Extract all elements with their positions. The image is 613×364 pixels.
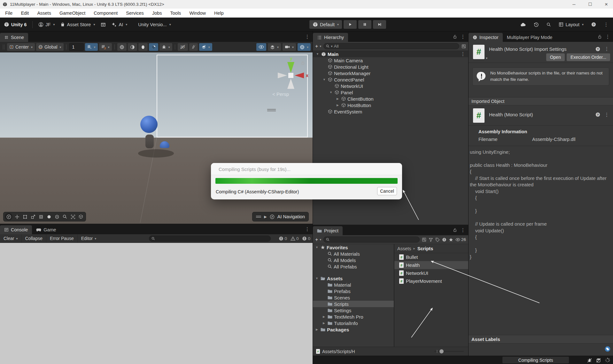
help-button[interactable]: ? — [591, 22, 596, 27]
2d-view-toggle[interactable]: 2D — [178, 43, 188, 51]
tab-project[interactable]: Project — [313, 226, 343, 235]
menu-item-component[interactable]: Component — [89, 11, 122, 16]
menu-item-edit[interactable]: Edit — [17, 11, 33, 16]
project-search-field[interactable] — [323, 236, 420, 243]
hierarchy-search-field[interactable]: ▾ — [323, 43, 459, 49]
tab-game[interactable]: Game — [32, 225, 60, 234]
project-search-input[interactable] — [331, 237, 417, 242]
compiling-status-button[interactable]: Compiling Scripts — [502, 357, 569, 363]
project-folder-scenes[interactable]: Scenes — [313, 294, 394, 301]
project-folder-assets[interactable]: ▼Assets — [313, 275, 394, 282]
search-by-type-icon[interactable] — [429, 237, 433, 242]
tab-console[interactable]: Console — [0, 225, 32, 234]
undo-history-button[interactable] — [534, 22, 539, 27]
warning-count-toggle[interactable]: 0 — [291, 236, 299, 241]
project-folder-tutorialinfo[interactable]: ▶TutorialInfo — [313, 320, 394, 326]
project-folder-textmesh-pro[interactable]: ▶TextMesh Pro — [313, 314, 394, 320]
overlay-drag-handle[interactable] — [256, 215, 261, 218]
view-tool-button[interactable] — [5, 213, 12, 221]
project-folder-packages[interactable]: ▶Packages — [313, 326, 394, 333]
expand-arrow-icon[interactable]: ▼ — [315, 246, 319, 249]
expand-arrow-icon[interactable]: ▼ — [315, 277, 319, 280]
expand-arrow-icon[interactable]: ▶ — [264, 215, 267, 219]
panel-kebab-icon[interactable]: ⋮ — [605, 34, 610, 40]
hierarchy-item-hostbutton[interactable]: ▶HostButton — [313, 102, 468, 108]
scene-visibility-toggle[interactable] — [256, 43, 266, 51]
panel-kebab-icon[interactable]: ⋮ — [305, 226, 310, 232]
tool-handle-position-dropdown[interactable]: Center ▾ — [7, 43, 35, 51]
project-folder-settings[interactable]: Settings — [313, 307, 394, 314]
open-button[interactable]: Open — [546, 53, 565, 61]
panel-kebab-icon[interactable]: ⋮ — [461, 227, 465, 233]
search-tool-button[interactable] — [61, 213, 68, 221]
hierarchy-item-clientbutton[interactable]: ▶ClientButton — [313, 96, 468, 102]
perspective-label[interactable]: < Persp — [272, 91, 289, 97]
scene-effects-dropdown[interactable]: ▾ — [199, 43, 212, 51]
scale-tool-button[interactable] — [29, 213, 36, 221]
lock-open-icon[interactable] — [453, 228, 457, 232]
favorites-filter-icon[interactable] — [449, 237, 453, 242]
console-log-area[interactable] — [0, 243, 313, 364]
shading-mode-toggle[interactable] — [149, 43, 158, 51]
project-file-playermovement[interactable]: #PlayerMovement — [394, 277, 468, 285]
cancel-button[interactable]: Cancel — [377, 187, 397, 195]
tab-inspector[interactable]: Inspector — [469, 33, 503, 42]
mesh-tool-button[interactable] — [77, 213, 84, 221]
snap-increment-dropdown[interactable]: ▾ — [99, 43, 112, 51]
debugger-detached-icon[interactable] — [587, 358, 592, 363]
clear-button[interactable]: Clear▾ — [0, 234, 22, 243]
layers-dropdown[interactable]: ▾ — [268, 43, 281, 51]
search-button[interactable] — [547, 22, 551, 27]
frame-tool-button[interactable] — [69, 213, 76, 221]
toolbar-kebab-icon[interactable]: ⋮ — [604, 22, 609, 27]
project-folder-scripts[interactable]: Scripts — [313, 301, 394, 307]
collapse-arrow-icon[interactable]: ▶ — [336, 97, 340, 100]
hierarchy-item-panel[interactable]: ▼Panel — [313, 89, 468, 96]
scene-lighting-toggle[interactable] — [189, 43, 198, 51]
shape-tool-button[interactable] — [45, 213, 52, 221]
player-sphere-object[interactable] — [140, 116, 158, 133]
lock-open-icon[interactable] — [598, 35, 602, 39]
lock-open-icon[interactable] — [453, 35, 457, 39]
package-tray-button[interactable] — [101, 22, 106, 27]
create-object-button[interactable]: +▾ — [315, 43, 321, 49]
drag-handle[interactable] — [3, 44, 4, 50]
create-asset-button[interactable]: +▾ — [315, 237, 321, 243]
transform-tool-button[interactable] — [37, 213, 44, 221]
shading-shaded-wire-toggle[interactable] — [128, 43, 137, 51]
tab-multiplayer-play-mode[interactable]: Multiplayer Play Mode — [503, 33, 557, 42]
player-capsule-object[interactable] — [145, 135, 154, 148]
panel-kebab-icon[interactable]: ⋮ — [305, 34, 310, 40]
maximize-button[interactable]: ☐ — [588, 2, 592, 7]
ai-menu[interactable]: AI ▾ — [112, 22, 127, 27]
thumbnail-size-slider[interactable] — [434, 347, 465, 356]
execution-order-button[interactable]: Execution Order... — [567, 53, 610, 61]
asset-labels-header[interactable]: Asset Labels — [469, 335, 613, 344]
cloud-button[interactable] — [520, 23, 526, 27]
error-pause-button[interactable]: Error Pause — [46, 234, 78, 243]
collapse-arrow-icon[interactable]: ▶ — [315, 328, 319, 331]
menu-item-assets[interactable]: Assets — [33, 11, 55, 16]
project-file-health[interactable]: #Health — [394, 261, 468, 269]
chevron-down-icon[interactable]: ▾ — [486, 57, 487, 60]
step-button[interactable] — [373, 20, 386, 29]
help-icon[interactable]: ? — [595, 112, 600, 117]
account-menu[interactable]: JF ▾ — [38, 22, 55, 27]
project-file-networkui[interactable]: #NetworkUI — [394, 269, 468, 277]
pause-button[interactable] — [358, 20, 371, 29]
close-button[interactable]: × — [605, 1, 608, 8]
project-folder-favorites[interactable]: ▼Favorites — [313, 244, 394, 251]
hierarchy-item-directional-light[interactable]: Directional Light — [313, 64, 468, 70]
search-filter-icon[interactable]: ▾ — [331, 44, 332, 48]
layout-dropdown[interactable]: Layout ▾ — [559, 22, 584, 27]
ai-navigation-overlay[interactable]: ▶ AI Navigation — [252, 212, 309, 221]
camera-settings-dropdown[interactable]: ▾ — [283, 43, 296, 51]
scene-kebab-icon[interactable]: ⋮ — [461, 51, 465, 57]
hierarchy-item-networkmanager[interactable]: NetworkManager — [313, 70, 468, 76]
gizmos-dropdown[interactable]: ▾ — [298, 43, 311, 51]
console-search-input[interactable] — [156, 236, 268, 241]
collapse-arrow-icon[interactable]: ▶ — [336, 104, 340, 107]
breadcrumb-root[interactable]: Assets — [397, 246, 411, 251]
expand-arrow-icon[interactable]: ▼ — [322, 78, 326, 81]
expand-arrow-icon[interactable]: ▼ — [315, 52, 320, 56]
